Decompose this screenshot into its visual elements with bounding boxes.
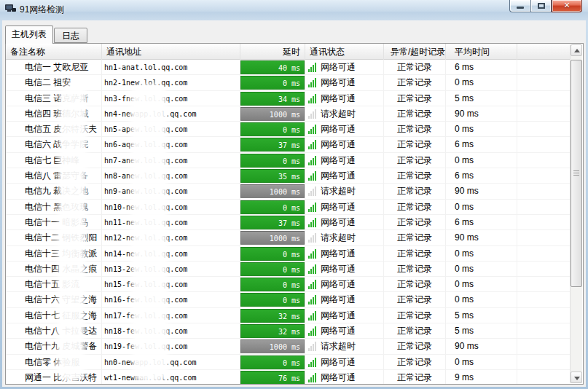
table-row[interactable]: 电信十八 卡拉曼达 hn18-few.lol.qq.com 32 ms 网络可通… <box>6 323 571 339</box>
column-header-address[interactable]: 通讯地址 <box>102 44 240 60</box>
table-row[interactable]: 电信十二 钢铁烈阳 hn12-new.lol.qq.com 1000 ms 请求… <box>6 230 571 245</box>
host-address: hn13-2ew.lol.qq.com <box>102 262 240 277</box>
status-cell: 网络可通 <box>305 168 384 184</box>
host-name: 电信十七 征服之海 <box>6 308 102 323</box>
scrollbar-down-button[interactable] <box>571 372 582 383</box>
host-address: hn12-new.lol.qq.com <box>102 230 240 245</box>
column-header-record[interactable]: 异常/超时记录 <box>384 44 446 60</box>
scrollbar-up-button[interactable] <box>571 44 582 56</box>
scrollbar-thumb[interactable] <box>571 60 582 287</box>
table-row[interactable]: 电信十六 守望之海 hn16-few.lol.qq.com 0 ms 网络可通 … <box>6 292 571 307</box>
table-row[interactable]: 电信十七 征服之海 hn17-few.lol.qq.com 32 ms 网络可通… <box>6 308 571 323</box>
extra-cell <box>517 106 571 122</box>
status-cell: 请求超时 <box>305 106 384 122</box>
status-label: 网络可通 <box>321 153 356 168</box>
table-row[interactable]: 电信十五 影流 hn15-few.lol.qq.com 0 ms 网络可通 正常… <box>6 277 571 292</box>
host-name: 网通一 比尔吉沃特 <box>6 370 102 384</box>
table-row[interactable]: 电信十三 均衡教派 hn14-new.lol.qq.com 0 ms 网络可通 … <box>6 246 571 262</box>
host-address: hn6-aqew.lol.qq.com <box>102 137 240 152</box>
status-label: 请求超时 <box>321 339 356 354</box>
status-label: 网络可通 <box>321 370 356 384</box>
status-cell: 网络可通 <box>305 91 384 106</box>
table-row[interactable]: 电信零 体验服 hn0-newapp.lol.qq.com 0 ms 网络可通 … <box>6 355 571 370</box>
delay-bar: 37 ms <box>240 138 305 152</box>
delay-bar: 0 ms <box>240 293 305 307</box>
host-address: hn8-anew.lol.qq.com <box>102 168 240 184</box>
delay-bar: 0 ms <box>240 278 305 291</box>
average-cell: 9 ms <box>446 370 517 384</box>
delay-bar: 40 ms <box>240 60 305 74</box>
delay-bar: 0 ms <box>240 247 305 261</box>
delay-cell: 76 ms <box>240 370 305 384</box>
record-cell: 正常记录 <box>384 277 446 292</box>
extra-cell <box>517 339 571 354</box>
column-header-delay[interactable]: 延时 <box>240 44 305 60</box>
table-row[interactable]: 电信四 班德尔城 hn4-newapp.lol.qq.com 1000 ms 请… <box>6 106 571 122</box>
table-row[interactable]: 电信二 祖安 hn2-1new.lol.qq.com 0 ms 网络可通 正常记… <box>6 75 571 90</box>
table-row[interactable]: 电信六 战争学院 hn6-aqew.lol.qq.com 37 ms 网络可通 … <box>6 137 571 152</box>
vertical-scrollbar[interactable] <box>570 44 582 383</box>
client-area: 主机列表 日志 备注名称 通讯地址 延时 通讯状态 异常/超时记录 平均时间 电… <box>2 20 586 387</box>
status-cell: 网络可通 <box>305 277 384 292</box>
column-header-average[interactable]: 平均时间 <box>446 44 517 60</box>
host-address: hn18-few.lol.qq.com <box>102 323 240 339</box>
table-row[interactable]: 电信十九 皮城警备 hn19-few.lol.qq.com 1000 ms 请求… <box>6 339 571 354</box>
censor-blur-overlay-names <box>57 84 87 382</box>
status-cell: 网络可通 <box>305 292 384 307</box>
host-address: hn17-few.lol.qq.com <box>102 308 240 323</box>
host-name: 电信零 体验服 <box>6 355 102 370</box>
delay-cell: 0 ms <box>240 262 305 277</box>
column-header-name[interactable]: 备注名称 <box>6 44 102 60</box>
tab-host-list[interactable]: 主机列表 <box>5 25 53 44</box>
status-label: 网络可通 <box>321 122 356 137</box>
signal-strength-icon <box>308 186 317 196</box>
record-cell: 正常记录 <box>384 292 446 307</box>
minimize-button[interactable] <box>509 0 530 12</box>
average-cell: 0 ms <box>446 75 517 90</box>
column-header-status[interactable]: 通讯状态 <box>305 44 384 60</box>
host-address: hn19-few.lol.qq.com <box>102 339 240 354</box>
host-name: 电信五 皮尔特沃夫 <box>6 122 102 137</box>
delay-bar: 0 ms <box>240 122 305 136</box>
table-body: 电信一 艾欧尼亚 hn1-anat.lol.qq.com 40 ms 网络可通 … <box>6 60 571 384</box>
status-cell: 网络可通 <box>305 308 384 323</box>
record-cell: 正常记录 <box>384 230 446 245</box>
delay-bar: 0 ms <box>240 262 305 276</box>
delay-cell: 0 ms <box>240 277 305 292</box>
signal-strength-icon <box>308 63 317 72</box>
status-cell: 网络可通 <box>305 323 384 339</box>
table-row[interactable]: 电信九 裁决之地 hn9-anew.lol.qq.com 1000 ms 请求超… <box>6 184 571 199</box>
host-address: hn2-1new.lol.qq.com <box>102 75 240 90</box>
tab-log[interactable]: 日志 <box>54 28 87 43</box>
status-label: 网络可通 <box>321 292 356 307</box>
table-row[interactable]: 电信八 雷瑟守备 hn8-anew.lol.qq.com 35 ms 网络可通 … <box>6 168 571 184</box>
table-row[interactable]: 电信十一 暗影岛 hn11-new.lol.qq.com 37 ms 网络可通 … <box>6 215 571 230</box>
extra-cell <box>517 215 571 230</box>
average-cell: 5 ms <box>446 323 517 339</box>
table-row[interactable]: 电信十 黑色玫瑰 hn10-new.lol.qq.com 0 ms 网络可通 正… <box>6 200 571 215</box>
average-cell: 0 ms <box>446 292 517 307</box>
window-frame: 91网络检测 ✕ 主机列表 日志 备注名称 通讯地址 延时 通讯状态 异常/超时… <box>0 0 588 389</box>
delay-cell: 0 ms <box>240 122 305 137</box>
table-row[interactable]: 电信五 皮尔特沃夫 hn5-apew.lol.qq.com 0 ms 网络可通 … <box>6 122 571 137</box>
close-button[interactable]: ✕ <box>552 0 582 12</box>
delay-cell: 1000 ms <box>240 230 305 245</box>
host-name: 电信十八 卡拉曼达 <box>6 323 102 339</box>
table-row[interactable]: 电信一 艾欧尼亚 hn1-anat.lol.qq.com 40 ms 网络可通 … <box>6 60 571 75</box>
status-label: 请求超时 <box>321 184 356 199</box>
extra-cell <box>517 75 571 90</box>
record-cell: 正常记录 <box>384 60 446 75</box>
table-row[interactable]: 电信七 巨神峰 hn7-anew.lol.qq.com 0 ms 网络可通 正常… <box>6 153 571 168</box>
host-address: hn7-anew.lol.qq.com <box>102 153 240 168</box>
extra-cell <box>517 137 571 152</box>
extra-cell <box>517 355 571 370</box>
extra-cell <box>517 292 571 307</box>
host-name: 电信三 诺克萨斯 <box>6 91 102 106</box>
delay-cell: 0 ms <box>240 75 305 90</box>
titlebar[interactable]: 91网络检测 ✕ <box>0 0 588 20</box>
table-row[interactable]: 网通一 比尔吉沃特 wt1-newman.lol.qq.com 76 ms 网络… <box>6 370 571 384</box>
maximize-button[interactable] <box>530 0 552 12</box>
table-row[interactable]: 电信三 诺克萨斯 hn3-fnew.lol.qq.com 34 ms 网络可通 … <box>6 91 571 106</box>
table-row[interactable]: 电信十四 水晶之痕 hn13-2ew.lol.qq.com 0 ms 网络可通 … <box>6 262 571 277</box>
scrollbar-grip-icon <box>573 170 579 171</box>
